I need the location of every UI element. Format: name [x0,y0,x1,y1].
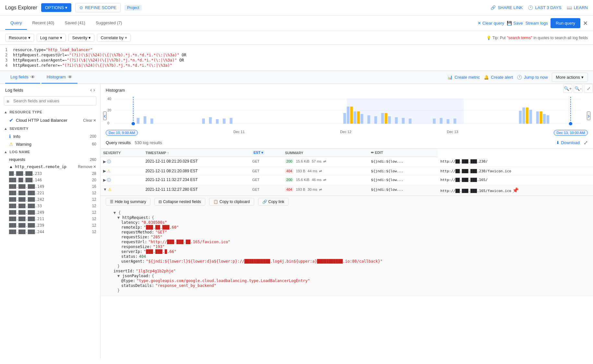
save-button[interactable]: 💾 Save [507,21,523,26]
info-icon: ℹ [9,134,11,139]
expand-chart-button[interactable]: ⤢ [584,84,593,93]
download-icon: ⬇ [556,140,560,145]
histogram-chart: 40 20 0 [106,95,588,128]
severity-section[interactable]: ▲ SEVERITY [0,125,100,132]
severity-warn-icon: ⚠ [107,169,111,173]
expand-arrow[interactable]: ▼ [117,274,120,278]
list-item[interactable]: ███.███.███.239 12 [0,222,100,229]
severity-info-item[interactable]: ℹ Info 200 [0,132,100,140]
clear-query-button[interactable]: ✕ Clear query [478,21,504,26]
tab-saved[interactable]: Saved (41) [59,17,90,30]
expand-icon: ⤢ [587,86,590,91]
code-editor[interactable]: 1 resource.type="http_load_balancer" 2 h… [0,45,593,71]
list-item[interactable]: ███.███.███.211 12 [0,216,100,222]
log-name-section[interactable]: ▲ LOG NAME [0,148,100,156]
table-row[interactable]: ▶ ⚠ 2021-12-11 08:21:20.089 EST GET 404 … [101,167,593,176]
severity-filter[interactable]: Severity ▾ [68,34,94,42]
hide-log-summary-button[interactable]: ☰ Hide log summary [106,198,150,206]
row-expand-button[interactable]: ▶ [103,159,106,164]
list-item[interactable]: ███.███.███.249 12 [0,209,100,216]
more-actions-button[interactable]: More actions ▾ [552,73,588,82]
row-expand-button[interactable]: ▼ [103,187,107,192]
log-name-requests-item[interactable]: requests 260 [0,156,100,163]
col-est: EST ▾ [250,149,282,157]
list-item[interactable]: ███.██.███.146 20 [0,177,100,183]
list-item[interactable]: ███.███.███.221 12 [0,190,100,196]
col-edit[interactable]: ✏ EDIT [368,149,438,157]
list-item[interactable]: ██.███.███.233 28 [0,170,100,177]
hide-icon: ☰ [110,199,113,204]
svg-rect-16 [230,118,232,124]
panel-nav-next[interactable]: › [93,87,95,93]
top-header-left: Logs Explorer OPTIONS ▾ ⊙ REFINE SCOPE P… [5,3,142,12]
expand-results-button[interactable]: ⤢ [584,140,588,146]
col-timestamp[interactable]: TIMESTAMP ↑ [143,149,250,157]
histogram-prev-button[interactable]: ‹ [103,111,107,120]
tab-suggested[interactable]: Suggested (7) [90,17,127,30]
severity-warning-item[interactable]: ⚠ Warning 60 [0,140,100,148]
expand-arrow[interactable]: ▼ [117,215,120,220]
method-cell: GET [250,157,282,167]
search-fields-input[interactable] [4,96,96,106]
create-metric-button[interactable]: 📊 Create metric [447,75,480,80]
row-expand-button[interactable]: ▶ [103,169,106,173]
results-scroll[interactable]: SEVERITY TIMESTAMP ↑ EST ▾ SUMMARY ✏ EDI… [101,149,593,358]
list-item[interactable]: ███.███.███.242 12 [0,196,100,203]
table-row[interactable]: ▶ ⓘ 2021-12-11 08:21:20.029 EST GET 200 … [101,157,593,167]
histogram-next-button[interactable]: › [587,111,590,120]
histogram-title: Histogram [106,88,125,93]
download-button[interactable]: ⬇ Download [556,140,580,145]
copy-link-button[interactable]: 🔗 Copy link [258,198,289,206]
svg-rect-32 [440,118,442,124]
method-cell: GET [250,185,282,196]
view-tab-log-fields[interactable]: Log fields 👁 [5,71,40,84]
view-tab-histogram[interactable]: Histogram 👁 [42,71,77,84]
copy-to-clipboard-button[interactable]: 📋 Copy to clipboard [209,198,254,206]
zoom-out-button[interactable]: 🔍- [574,84,583,93]
resource-type-item[interactable]: ✔ Cloud HTTP Load Balancer Clear ✕ [0,116,100,125]
zoom-out-icon: 🔍- [575,86,581,91]
est-badge[interactable]: EST ▾ [252,150,265,155]
log-name-label: requests [9,157,90,162]
create-alert-button[interactable]: 🔔 Create alert [484,75,513,80]
remote-ip-section[interactable]: ▲ http_request.remote_ip Remove ✕ [0,163,100,170]
share-link-button[interactable]: 🔗 SHARE LINK [491,5,523,10]
table-row[interactable]: ▶ ⓘ 2021-12-11 11:32:27.234 EST GET 200 … [101,176,593,185]
correlate-by-filter[interactable]: Correlate by + [97,34,131,42]
resource-filter[interactable]: Resource ▾ [5,34,34,42]
tab-query[interactable]: Query [5,17,27,30]
svg-rect-13 [209,117,212,124]
chevron-down-icon: ▾ [89,35,91,40]
stream-logs-button[interactable]: Stream logs [526,21,548,26]
pin-button[interactable]: 📌 [512,187,519,193]
refine-scope-button[interactable]: ⊙ REFINE SCOPE [75,3,121,12]
learn-button[interactable]: 📖 LEARN [567,5,588,10]
table-row[interactable]: ▼ ⚠ 2021-12-11 11:32:27.280 EST GET 404 … [101,185,593,196]
collapse-nested-button[interactable]: ⊟ Collapse nested fields [154,198,205,206]
timeline-labels: Dec 10, 9:00 AM Dec 11 Dec 12 Dec 13 Dec… [106,129,588,137]
list-item[interactable]: ███.███.███.33 12 [0,203,100,209]
close-button[interactable]: ✕ [583,20,588,27]
last-3-days-button[interactable]: 🕐 LAST 3 DAYS [528,5,561,10]
clear-resource-button[interactable]: Clear ✕ [83,118,96,123]
collapse-icon: ▲ [4,127,7,131]
panel-nav-prev[interactable]: ‹ [90,87,92,93]
log-name-filter[interactable]: Log name ▾ [37,34,66,42]
expand-arrow[interactable]: ▼ [113,210,116,215]
list-item[interactable]: ███.███.███.244 12 [0,229,100,235]
run-query-button[interactable]: Run query [551,18,580,28]
options-button[interactable]: OPTIONS ▾ [41,3,72,12]
view-tabs-row: Log fields 👁 Histogram 👁 📊 Create metric… [0,71,593,84]
list-item[interactable]: ███.███.███.149 16 [0,183,100,190]
sort-icon: ↑ [167,151,169,155]
app-title: Logs Explorer [5,5,37,11]
tab-recent[interactable]: Recent (40) [27,17,59,30]
zoom-in-button[interactable]: 🔍+ [563,84,572,93]
row-expand-button[interactable]: ▶ [103,178,106,182]
jump-to-now-button[interactable]: 🕐 Jump to now [517,75,548,80]
remove-remote-ip-button[interactable]: Remove ✕ [78,165,96,169]
resource-type-section[interactable]: ▲ RESOURCE TYPE [0,108,100,116]
svg-rect-37 [526,108,528,124]
code-line-3: 3 httpRequest.userAgent=~"(?i)(\$|\%24)(… [0,58,593,63]
svg-rect-34 [454,119,456,124]
